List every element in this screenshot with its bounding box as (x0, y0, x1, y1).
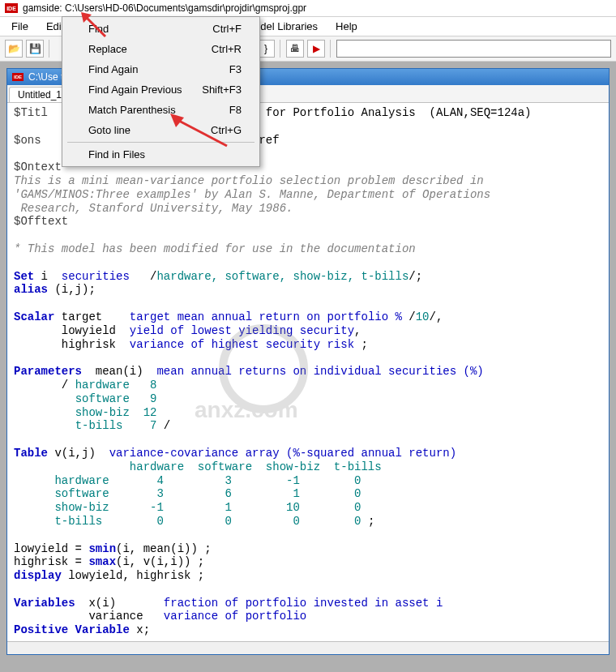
dropdown-find-again[interactable]: Find AgainF3 (64, 59, 258, 79)
menu-file[interactable]: File (3, 19, 36, 34)
horizontal-scrollbar[interactable] (7, 641, 609, 654)
code-editor[interactable]: $Titl l for Portfolio Analysis (ALAN,SEQ… (7, 103, 609, 654)
toolbar-separator (330, 40, 332, 58)
menu-help[interactable]: Help (327, 19, 366, 34)
dropdown-find-again-previous[interactable]: Find Again PreviousShift+F3 (64, 79, 258, 100)
app-icon: IDE (5, 3, 18, 13)
annotation-arrow-1 (77, 8, 109, 41)
toolbar-input[interactable] (336, 40, 611, 58)
window-title: gamside: C:\Users\HD-06\Documents\gamsdi… (23, 2, 306, 14)
save-button[interactable]: 💾 (26, 40, 44, 58)
print-button[interactable]: 🖶 (286, 40, 304, 58)
dropdown-replace[interactable]: ReplaceCtrl+R (64, 39, 258, 59)
annotation-arrow-2 (166, 109, 231, 150)
doc-icon: IDE (12, 73, 24, 81)
open-button[interactable]: 📂 (5, 40, 23, 58)
run-button[interactable]: ▶ (307, 40, 325, 58)
toolbar-separator (49, 40, 50, 58)
svg-marker-3 (170, 113, 184, 127)
toolbar-separator (280, 40, 281, 58)
svg-line-2 (176, 119, 227, 146)
svg-line-0 (85, 16, 105, 36)
